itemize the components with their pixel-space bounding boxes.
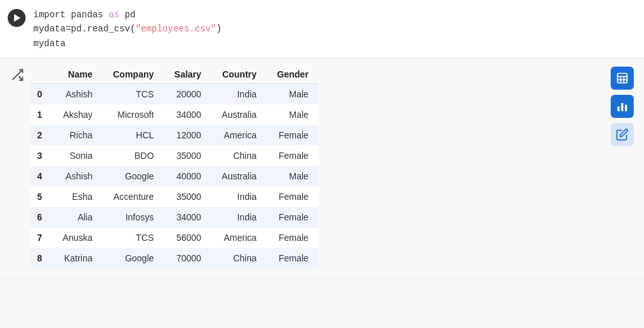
cell-value: America — [211, 227, 266, 248]
code-line-1: import pandas as pd — [33, 8, 221, 22]
table-row: 6AliaInfosys34000IndiaFemale — [31, 207, 319, 227]
cell-value: Akshay — [52, 104, 103, 125]
cell-value: 20000 — [164, 84, 211, 105]
cell-value: 34000 — [164, 207, 211, 227]
table-header: Name Company Salary Country Gender — [31, 65, 319, 84]
cell-value: China — [211, 145, 266, 166]
row-index: 2 — [31, 125, 52, 145]
header-row: Name Company Salary Country Gender — [31, 65, 319, 84]
data-table: Name Company Salary Country Gender 0Ashi… — [31, 65, 319, 268]
cell-value: 34000 — [164, 104, 211, 125]
data-table-container: Name Company Salary Country Gender 0Ashi… — [31, 65, 599, 268]
cell-value: BDO — [103, 145, 165, 166]
cell-value: Accenture — [103, 186, 165, 207]
row-index: 3 — [31, 145, 52, 166]
edit-button[interactable] — [611, 123, 634, 146]
paren-close: ) — [216, 24, 221, 34]
cell-value: Alia — [52, 207, 103, 227]
output-cell: Name Company Salary Country Gender 0Ashi… — [0, 59, 644, 275]
cell-value: HCL — [103, 125, 165, 145]
cell-value: TCS — [103, 84, 165, 105]
table-body: 0AshishTCS20000IndiaMale1AkshayMicrosoft… — [31, 84, 319, 269]
table-row: 0AshishTCS20000IndiaMale — [31, 84, 319, 105]
cell-value: America — [211, 125, 266, 145]
cell-value: Female — [267, 186, 319, 207]
col-index — [31, 65, 52, 84]
col-country: Country — [211, 65, 266, 84]
code-line-2: mydata=pd.read_csv("employees.csv") — [33, 22, 221, 36]
cell-value: Richa — [52, 125, 103, 145]
row-index: 4 — [31, 166, 52, 186]
col-company: Company — [103, 65, 165, 84]
svg-rect-9 — [625, 105, 627, 111]
table-row: 2RichaHCL12000AmericaFemale — [31, 125, 319, 145]
as-keyword: as — [109, 10, 120, 20]
cell-value: China — [211, 248, 266, 268]
table-row: 4AshishGoogle40000AustraliaMale — [31, 166, 319, 186]
cell-value: Microsoft — [103, 104, 165, 125]
cell-value: Katrina — [52, 248, 103, 268]
table-row: 8KatrinaGoogle70000ChinaFemale — [31, 248, 319, 268]
cell-value: Sonia — [52, 145, 103, 166]
cell-value: Australia — [211, 166, 266, 186]
cell-value: Anuska — [52, 227, 103, 248]
cell-value: Female — [267, 145, 319, 166]
cell-value: 40000 — [164, 166, 211, 186]
row-index: 5 — [31, 186, 52, 207]
cell-value: India — [211, 84, 266, 105]
cell-value: India — [211, 207, 266, 227]
cell-value: Female — [267, 227, 319, 248]
table-row: 3SoniaBDO35000ChinaFemale — [31, 145, 319, 166]
svg-rect-8 — [621, 103, 623, 111]
cell-value: Female — [267, 207, 319, 227]
table-row: 5EshaAccenture35000IndiaFemale — [31, 186, 319, 207]
svg-rect-2 — [618, 74, 627, 83]
mydata-var: mydata — [33, 38, 65, 49]
cell-value: Infosys — [103, 207, 165, 227]
cell-value: Female — [267, 248, 319, 268]
cell-value: Google — [103, 248, 165, 268]
table-row: 1AkshayMicrosoft34000AustraliaMale — [31, 104, 319, 125]
shuffle-icon[interactable] — [10, 68, 24, 85]
col-name: Name — [52, 65, 103, 84]
read-csv-call: mydata=pd.read_csv( — [33, 24, 136, 34]
code-line-3: mydata — [33, 37, 221, 51]
import-keyword: import pandas — [33, 10, 109, 20]
cell-value: Female — [267, 125, 319, 145]
row-index: 0 — [31, 84, 52, 105]
col-salary: Salary — [164, 65, 211, 84]
cell-value: 12000 — [164, 125, 211, 145]
cell-value: Esha — [52, 186, 103, 207]
table-view-button[interactable] — [611, 67, 634, 90]
cell-value: Male — [267, 166, 319, 186]
code-cell: import pandas as pd mydata=pd.read_csv("… — [0, 0, 644, 59]
cell-value: Male — [267, 84, 319, 105]
row-index: 1 — [31, 104, 52, 125]
row-index: 8 — [31, 248, 52, 268]
row-index: 6 — [31, 207, 52, 227]
table-row: 7AnuskaTCS56000AmericaFemale — [31, 227, 319, 248]
cell-value: Ashish — [52, 166, 103, 186]
row-index: 7 — [31, 227, 52, 248]
cell-value: 56000 — [164, 227, 211, 248]
cell-value: Australia — [211, 104, 266, 125]
cell-value: TCS — [103, 227, 165, 248]
col-gender: Gender — [267, 65, 319, 84]
pd-alias: pd — [119, 10, 135, 20]
cell-value: Ashish — [52, 84, 103, 105]
svg-rect-7 — [618, 106, 620, 111]
icon-sidebar — [611, 67, 634, 146]
cell-value: 70000 — [164, 248, 211, 268]
run-button[interactable] — [8, 9, 26, 27]
cell-value: 35000 — [164, 186, 211, 207]
filename-string: "employees.csv" — [136, 24, 216, 34]
chart-view-button[interactable] — [611, 95, 634, 118]
cell-value: 35000 — [164, 145, 211, 166]
cell-value: Male — [267, 104, 319, 125]
code-block: import pandas as pd mydata=pd.read_csv("… — [33, 8, 221, 51]
cell-value: India — [211, 186, 266, 207]
cell-value: Google — [103, 166, 165, 186]
